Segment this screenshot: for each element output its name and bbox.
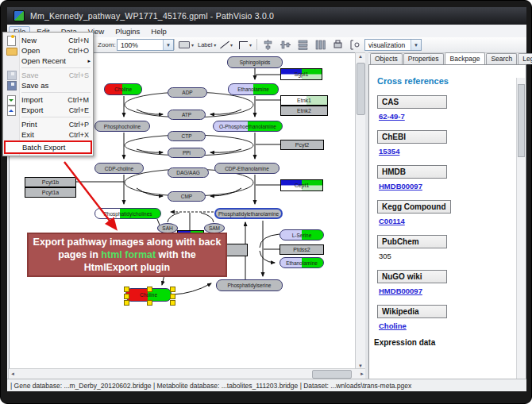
node-pcyt1b[interactable]: Pcyt1b: [25, 177, 76, 187]
menu-separator: [21, 92, 91, 93]
node-l-serine[interactable]: L-Serine: [279, 229, 324, 240]
node-phosphatidylcholines[interactable]: Phosphatidylcholines: [94, 208, 161, 219]
file-menu-item-save-as[interactable]: Save as: [4, 80, 92, 90]
node-cept1[interactable]: Cept1: [280, 179, 323, 191]
node-phosphatidylserine[interactable]: Phosphatidylserine: [216, 279, 283, 291]
selection-handle[interactable]: [124, 287, 129, 292]
selection-handle[interactable]: [124, 294, 129, 299]
file-menu-item-batch-export[interactable]: Batch Export: [5, 141, 91, 153]
callout-text: Export pathway images along with back pa…: [30, 236, 224, 274]
file-menu-item-save[interactable]: SaveCtrl+S: [4, 70, 92, 80]
node-o-phosphoethanolamine[interactable]: O-Phosphoethanolamine: [213, 121, 283, 132]
save-icon: [7, 71, 17, 80]
node-etnk2[interactable]: Etnk2: [280, 106, 328, 116]
node-pisd-partial[interactable]: [226, 244, 248, 256]
node-phosphatidylethanolamine[interactable]: Phosphatidylethanolamine: [214, 208, 283, 219]
node-dag-aag[interactable]: DAG/AAG: [168, 167, 209, 178]
save-as-icon: [7, 81, 17, 90]
app-window: Mm_Kennedy_pathway_WP1771_45176.gpml - P…: [0, 0, 532, 404]
file-menu-item-exit[interactable]: ExitCtrl+X: [4, 129, 92, 140]
selection-handle[interactable]: [170, 294, 175, 299]
node-atp[interactable]: ATP: [168, 110, 206, 120]
file-menu-item-open[interactable]: OpenCtrl+O: [4, 45, 92, 56]
node-pcyt2[interactable]: Pcyt2: [280, 140, 324, 150]
node-choline-selected[interactable]: Choline: [125, 288, 172, 302]
submenu-arrow-icon: [87, 58, 91, 64]
file-menu-item-new[interactable]: NewCtrl+N: [4, 35, 92, 45]
file-menu-item-open-recent[interactable]: Open Recent: [4, 56, 92, 66]
annotation-callout: Export pathway images along with back pa…: [27, 233, 227, 277]
export-icon: [7, 106, 16, 116]
file-menu-item-print[interactable]: PrintCtrl+P: [4, 119, 92, 129]
file-menu-item-import[interactable]: ImportCtrl+M: [4, 94, 92, 105]
menu-separator: [21, 67, 91, 68]
import-icon: [7, 95, 16, 106]
new-document-icon: [7, 36, 16, 46]
node-sphingolipids[interactable]: Sphingolipids: [227, 56, 283, 68]
selection-handle[interactable]: [147, 300, 152, 306]
node-ppi[interactable]: PPi: [168, 148, 206, 158]
node-ethanolamine-top[interactable]: Ethanolamine: [228, 83, 279, 95]
selection-handle[interactable]: [124, 300, 129, 306]
selection-handle[interactable]: [147, 287, 152, 292]
file-menu-item-export[interactable]: ExportCtrl+E: [4, 105, 92, 115]
node-cmp[interactable]: CMP: [168, 191, 206, 202]
node-adp[interactable]: ADP: [168, 87, 207, 98]
menu-separator: [21, 117, 91, 117]
selection-handle[interactable]: [170, 287, 175, 292]
node-ethanolamine-bottom[interactable]: Ethanolamine: [279, 257, 324, 268]
node-ptdss2[interactable]: Ptdss2: [279, 244, 324, 255]
selection-handle[interactable]: [170, 300, 175, 306]
node-sgpl1[interactable]: Sgpl1: [280, 68, 322, 80]
node-cdp-choline[interactable]: CDP-choline: [94, 163, 144, 174]
node-etnk1[interactable]: Etnk1: [280, 95, 328, 106]
node-cdp-ethanolamine[interactable]: CDP-Ethanolamine: [214, 163, 279, 174]
node-ctp[interactable]: CTP: [168, 131, 206, 141]
node-phosphocholine[interactable]: Phosphocholine: [94, 121, 150, 132]
node-pcyt1a[interactable]: Pcyt1a: [25, 187, 76, 198]
open-folder-icon: [6, 48, 17, 56]
node-choline-top[interactable]: Choline: [104, 83, 142, 95]
file-menu: NewCtrl+NOpenCtrl+OOpen RecentSaveCtrl+S…: [2, 32, 94, 156]
